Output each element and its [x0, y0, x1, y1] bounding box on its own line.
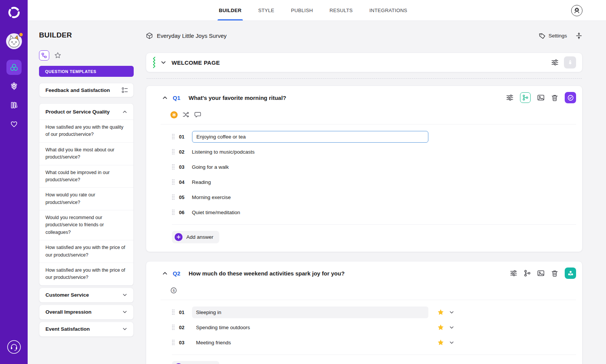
- answer-row: 05 Morning exercise: [172, 190, 576, 205]
- q1-delete-button[interactable]: [551, 94, 558, 101]
- q2-type-button[interactable]: [565, 268, 576, 279]
- answer-row: 04 Reading: [172, 174, 576, 190]
- drag-handle[interactable]: [172, 134, 175, 140]
- chevron-down-icon[interactable]: [449, 310, 454, 315]
- answer-number: 03: [179, 164, 188, 170]
- shuffle-badge[interactable]: [183, 111, 189, 118]
- template-question[interactable]: How satisfied are you with the quality o…: [39, 120, 133, 142]
- group-header-overall-impression[interactable]: Overall Impression: [39, 305, 134, 320]
- q2-answers: 01 Sleeping in: [152, 305, 576, 350]
- survey-title: Everyday Little Joys Survey: [157, 33, 226, 39]
- q1-settings-sliders-button[interactable]: [506, 94, 514, 101]
- q1-type-button[interactable]: [565, 92, 576, 103]
- user-avatar[interactable]: [6, 33, 22, 49]
- tab-publish[interactable]: PUBLISH: [291, 0, 313, 20]
- answer-number: 02: [179, 149, 188, 155]
- star-icon[interactable]: [437, 324, 444, 331]
- answer-input[interactable]: Sleeping in: [192, 306, 428, 318]
- answer-input[interactable]: [192, 131, 428, 143]
- svg-text:S: S: [173, 288, 175, 292]
- rail-item-workspaces[interactable]: [6, 60, 22, 75]
- chevron-down-icon: [122, 292, 127, 297]
- image-icon: [537, 94, 545, 101]
- collapse-all-icon: [575, 32, 583, 39]
- drag-handle[interactable]: [172, 149, 175, 155]
- answer-number: 06: [179, 210, 188, 215]
- template-question[interactable]: What could be improved in our product/se…: [39, 165, 133, 188]
- question-id: Q1: [173, 95, 180, 101]
- q1-logic-button-active[interactable]: [520, 92, 531, 103]
- q1-collapse-chevron[interactable]: [162, 95, 168, 101]
- favorites-toggle[interactable]: [54, 52, 61, 59]
- star-icon[interactable]: [437, 309, 444, 316]
- tab-style[interactable]: STYLE: [258, 0, 275, 20]
- main-column: BUILDER STYLE PUBLISH RESULTS INTEGRATIO…: [28, 0, 606, 364]
- template-question[interactable]: What did you like most about our product…: [39, 142, 133, 165]
- help-button[interactable]: [571, 5, 583, 16]
- q2-collapse-chevron[interactable]: [162, 271, 168, 276]
- add-answer-button[interactable]: Add answer: [172, 231, 219, 243]
- answer-input[interactable]: Spending time outdoors: [192, 322, 428, 333]
- collapse-all-button[interactable]: [575, 32, 583, 39]
- chevron-down-icon[interactable]: [449, 325, 454, 330]
- rail-item-themes[interactable]: [6, 79, 22, 94]
- question-title[interactable]: How much do these weekend activities spa…: [189, 270, 345, 277]
- drag-handle[interactable]: [172, 164, 175, 170]
- template-question[interactable]: How would you rate our product/service?: [39, 187, 133, 210]
- comment-icon: [194, 111, 201, 118]
- flower-icon: [10, 82, 18, 90]
- q1-image-button[interactable]: [537, 94, 545, 101]
- rail-item-library[interactable]: [6, 98, 22, 113]
- answer-text[interactable]: Listening to music/podcasts: [192, 149, 255, 155]
- question-card-q1: Q1 What's your favorite morning ritual?: [146, 86, 583, 252]
- group-header-product-quality[interactable]: Product or Service Quality: [39, 104, 133, 120]
- answer-input[interactable]: Meeting friends: [192, 337, 428, 348]
- plus-icon: [175, 233, 183, 241]
- group-header-customer-service[interactable]: Customer Service: [39, 288, 134, 303]
- tab-integrations[interactable]: INTEGRATIONS: [369, 0, 407, 20]
- answer-text[interactable]: Going for a walk: [192, 164, 229, 170]
- survey-settings-button[interactable]: Settings: [539, 33, 567, 39]
- drag-handle[interactable]: [172, 310, 175, 315]
- welcome-collapse-chevron[interactable]: [161, 60, 166, 65]
- template-question[interactable]: How satisfied are you with the price of …: [39, 240, 133, 263]
- template-category-card[interactable]: Feedback and Satisfaction: [39, 83, 134, 97]
- drag-handle[interactable]: [172, 340, 175, 345]
- q2-delete-button[interactable]: [551, 270, 558, 277]
- answer-text[interactable]: Morning exercise: [192, 194, 231, 200]
- comment-badge[interactable]: [194, 111, 201, 118]
- q2-image-button[interactable]: [537, 269, 545, 277]
- answer-row: 03 Meeting friends: [172, 335, 576, 350]
- welcome-settings-sliders-button[interactable]: [551, 59, 559, 66]
- support-headset-icon[interactable]: [7, 340, 21, 354]
- question-card-q2: Q2 How much do these weekend activities …: [146, 261, 583, 364]
- chevron-down-icon[interactable]: [449, 340, 454, 345]
- question-templates-button[interactable]: QUESTION TEMPLATES: [39, 66, 134, 77]
- answer-text: Meeting friends: [196, 340, 231, 345]
- star-icon[interactable]: [437, 339, 444, 346]
- add-answer-button[interactable]: Add answer: [172, 361, 219, 364]
- answer-text[interactable]: Quiet time/meditation: [192, 210, 241, 215]
- q2-logic-button[interactable]: [524, 270, 531, 277]
- rail-item-favorites[interactable]: [6, 117, 22, 132]
- settings-label: Settings: [548, 33, 567, 39]
- tab-builder[interactable]: BUILDER: [219, 0, 242, 20]
- question-title[interactable]: What's your favorite morning ritual?: [189, 95, 286, 101]
- shuffle-icon: [183, 111, 189, 118]
- drag-handle[interactable]: [172, 179, 175, 185]
- tab-results[interactable]: RESULTS: [330, 0, 353, 20]
- template-question[interactable]: How satisfied are you with the price of …: [39, 263, 133, 285]
- score-badge[interactable]: S: [170, 287, 177, 294]
- template-question[interactable]: Would you recommend our product/service …: [39, 210, 133, 240]
- drag-handle[interactable]: [172, 210, 175, 215]
- question-tree-toggle[interactable]: [39, 50, 49, 61]
- required-badge[interactable]: [170, 111, 178, 118]
- welcome-launch-button[interactable]: [564, 56, 576, 68]
- answer-text[interactable]: Reading: [192, 179, 211, 185]
- group-header-event-satisfaction[interactable]: Event Satisfaction: [39, 322, 134, 337]
- q2-actions: [510, 268, 576, 279]
- q2-settings-sliders-button[interactable]: [510, 269, 517, 277]
- drag-handle[interactable]: [172, 194, 175, 200]
- question-id: Q2: [173, 270, 180, 277]
- drag-handle[interactable]: [172, 325, 175, 330]
